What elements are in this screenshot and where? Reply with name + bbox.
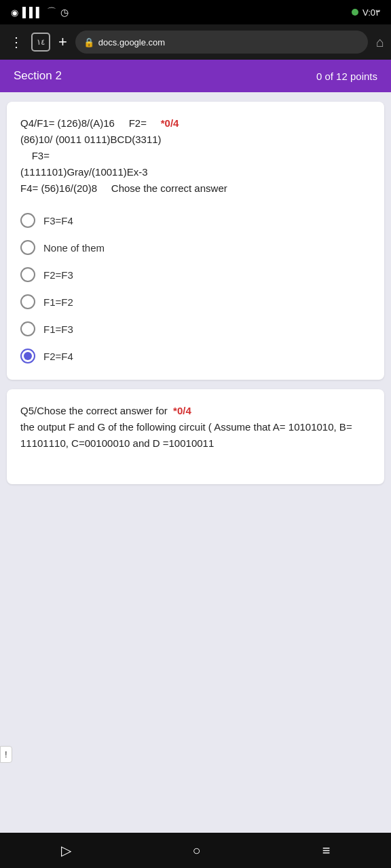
- q5-text-start: Q5/Chose the correct answer for: [20, 405, 168, 416]
- option-f1-f2[interactable]: F1=F2: [20, 294, 371, 309]
- new-tab-button[interactable]: +: [56, 31, 70, 54]
- option-f3-f4-label: F3=F4: [43, 215, 73, 226]
- question-5-text: Q5/Chose the correct answer for *0/4 the…: [20, 403, 371, 452]
- time-display: V:0۳: [362, 7, 380, 18]
- question-4-text: Q4/F1= (126)8/(A)16 F2= *0/4 (86)10/ (00…: [20, 115, 371, 197]
- wifi-icon: ⌒: [47, 6, 56, 18]
- signal-icon: ▌▌▌: [22, 7, 43, 18]
- option-f1-f2-label: F1=F2: [43, 296, 73, 308]
- option-f1-f3-label: F1=F3: [43, 323, 73, 335]
- option-none-of-them[interactable]: None of them: [20, 240, 371, 255]
- tab-count-text: ١٤: [37, 38, 45, 47]
- q5-text-cont: the output F and G of the following circ…: [20, 421, 352, 449]
- status-bar: ◉ ▌▌▌ ⌒ ◷ V:0۳: [0, 0, 391, 24]
- url-bar[interactable]: 🔒 docs.google.com: [75, 31, 368, 54]
- status-left: ◉ ▌▌▌ ⌒ ◷: [11, 6, 69, 18]
- url-text: docs.google.com: [98, 37, 165, 47]
- question-4-card: Q4/F1= (126)8/(A)16 F2= *0/4 (86)10/ (00…: [7, 102, 384, 380]
- clock-icon: ◷: [60, 7, 69, 18]
- home-button[interactable]: ⌂: [376, 35, 384, 50]
- back-button[interactable]: ▷: [48, 837, 85, 864]
- battery-dot: [352, 9, 358, 16]
- option-f2-f3-label: F2=F3: [43, 269, 73, 281]
- status-right: V:0۳: [352, 7, 380, 18]
- sim-icon: ◉: [11, 7, 18, 18]
- q4-score: *0/4: [161, 117, 179, 129]
- menu-button[interactable]: ≡: [309, 837, 344, 864]
- option-f2-f4-label: F2=F4: [43, 351, 73, 362]
- section-header: Section 2 0 of 12 points: [0, 60, 391, 92]
- question-5-card: Q5/Chose the correct answer for *0/4 the…: [7, 389, 384, 484]
- home-nav-button[interactable]: ○: [179, 837, 215, 864]
- options-list: F3=F4 None of them F2=F3 F1=F2 F1=F3: [20, 213, 371, 363]
- browser-menu-dots[interactable]: ⋮: [7, 31, 26, 53]
- browser-bar: ⋮ ١٤ + 🔒 docs.google.com ⌂: [0, 24, 391, 60]
- tab-count-indicator[interactable]: ١٤: [31, 33, 50, 52]
- radio-f3-f4[interactable]: [20, 213, 35, 228]
- radio-none-of-them[interactable]: [20, 240, 35, 255]
- radio-f1-f3[interactable]: [20, 321, 35, 336]
- alert-side-indicator: !: [0, 746, 12, 763]
- lock-icon: 🔒: [83, 37, 94, 47]
- section-title: Section 2: [14, 69, 62, 83]
- q5-score: *0/4: [173, 405, 191, 416]
- section-points: 0 of 12 points: [316, 71, 377, 82]
- radio-f1-f2[interactable]: [20, 294, 35, 309]
- option-f2-f4[interactable]: F2=F4: [20, 349, 371, 363]
- option-none-of-them-label: None of them: [43, 242, 105, 254]
- bottom-nav: ▷ ○ ≡: [0, 833, 391, 868]
- radio-f2-f4-fill: [24, 352, 32, 360]
- option-f3-f4[interactable]: F3=F4: [20, 213, 371, 228]
- option-f1-f3[interactable]: F1=F3: [20, 321, 371, 336]
- option-f2-f3[interactable]: F2=F3: [20, 267, 371, 282]
- radio-f2-f4[interactable]: [20, 349, 35, 363]
- main-content: Section 2 0 of 12 points Q4/F1= (126)8/(…: [0, 60, 391, 833]
- radio-f2-f3[interactable]: [20, 267, 35, 282]
